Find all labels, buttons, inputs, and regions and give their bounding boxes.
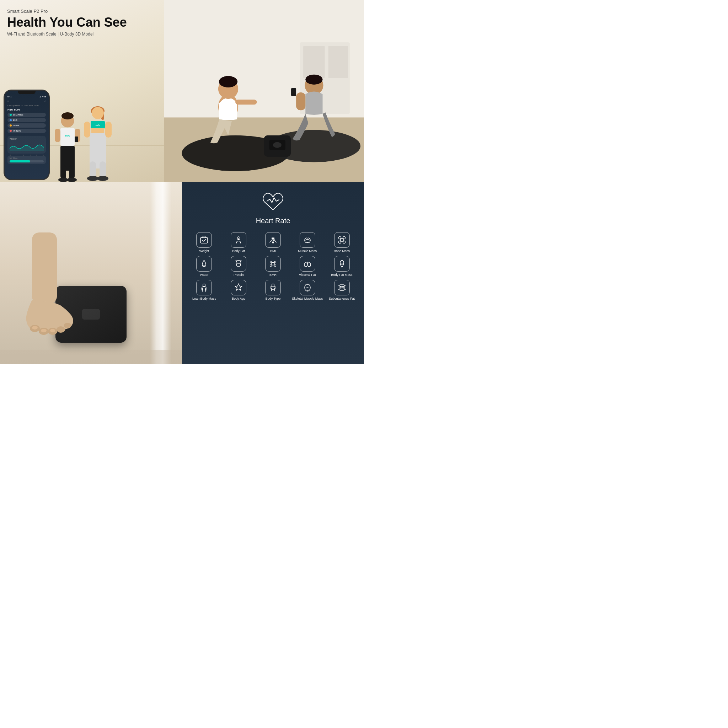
svg-point-80 xyxy=(342,286,343,287)
svg-rect-43 xyxy=(32,232,57,304)
subcutaneous-fat-label: Subcutaneous Fat xyxy=(329,297,355,301)
svg-point-1 xyxy=(61,112,73,119)
bone-mass-icon xyxy=(337,236,347,245)
water-icon-box xyxy=(196,256,212,272)
phone-notch xyxy=(18,91,35,94)
feature-body-type: Body Type xyxy=(257,280,290,301)
feature-bone-mass: Bone Mass xyxy=(325,232,358,253)
svg-rect-78 xyxy=(339,285,345,291)
heart-rate-icon xyxy=(260,189,286,214)
foot-on-scale xyxy=(0,182,182,364)
phone-metric-bmi: 23.3 xyxy=(8,118,46,122)
phone-greeting: Hey, eufy xyxy=(8,108,46,111)
svg-text:%: % xyxy=(238,238,240,240)
heart-icon-svg xyxy=(260,189,286,214)
svg-text:eufy: eufy xyxy=(65,135,71,137)
svg-rect-24 xyxy=(105,122,112,138)
feature-body-fat: % Body Fat xyxy=(222,232,255,253)
feature-bmr: BMR xyxy=(257,256,290,277)
svg-rect-8 xyxy=(60,165,66,179)
skeletal-muscle-mass-label: Skeletal Muscle Mass xyxy=(292,297,323,301)
body-fat-mass-icon-box xyxy=(334,256,350,272)
features-panel: Heart Rate Weight xyxy=(182,182,364,364)
feature-visceral-fat: Visceral Fat xyxy=(291,256,324,277)
svg-rect-23 xyxy=(84,122,90,138)
feature-muscle-mass: Muscle Mass xyxy=(291,232,324,253)
phone-chart: WEIGHT M T W T F S xyxy=(8,136,46,154)
body-fat-icon-box: % xyxy=(231,232,246,248)
svg-line-68 xyxy=(272,263,272,263)
svg-rect-38 xyxy=(236,99,257,104)
phone-frame: 9:41 ▲ ▼ ■ ≡ ↗ Last updated: 31 Dec 2021… xyxy=(3,90,50,180)
svg-point-49 xyxy=(32,326,38,329)
skeletal-muscle-mass-icon xyxy=(303,283,312,292)
female-character: eufy xyxy=(82,104,114,182)
lean-body-mass-icon-box xyxy=(196,280,212,295)
svg-rect-6 xyxy=(75,136,78,142)
top-left-content: Smart Scale P2 Pro Health You Can See Wi… xyxy=(0,0,182,182)
water-label: Water xyxy=(200,273,209,277)
svg-point-22 xyxy=(97,176,109,181)
body-age-icon-box xyxy=(231,280,246,295)
svg-rect-17 xyxy=(91,128,104,133)
feature-body-age: Body Age xyxy=(222,280,255,301)
lean-body-mass-label: Lean Body Mass xyxy=(192,297,216,301)
feature-body-fat-mass: Body Fat Mass xyxy=(325,256,358,277)
svg-point-56 xyxy=(272,242,274,243)
skeletal-muscle-mass-icon-box xyxy=(300,280,315,295)
svg-point-34 xyxy=(273,142,281,148)
svg-rect-4 xyxy=(55,128,60,142)
body-fat-icon: % xyxy=(234,236,243,245)
svg-point-10 xyxy=(58,178,68,182)
svg-rect-19 xyxy=(90,161,96,177)
protein-icon xyxy=(234,259,243,268)
bottom-section: Heart Rate Weight xyxy=(0,182,364,364)
feature-water: Water xyxy=(188,256,221,277)
svg-point-47 xyxy=(57,326,65,333)
weight-label: Weight xyxy=(199,249,209,253)
phone-wave-chart xyxy=(9,141,44,152)
phone-metric-heartrate: 75 bpm xyxy=(8,128,46,133)
svg-point-48 xyxy=(64,323,71,329)
svg-rect-28 xyxy=(303,46,324,78)
svg-point-51 xyxy=(50,329,55,332)
svg-rect-29 xyxy=(328,46,348,78)
svg-point-11 xyxy=(67,178,77,182)
subcutaneous-fat-icon-box xyxy=(334,280,350,295)
feature-protein: Protein xyxy=(222,256,255,277)
foot-svg xyxy=(11,232,103,346)
bone-mass-label: Bone Mass xyxy=(334,249,350,253)
svg-rect-52 xyxy=(200,237,208,243)
body-type-label: Body Type xyxy=(266,297,280,301)
svg-point-40 xyxy=(305,75,323,85)
muscle-mass-icon xyxy=(303,236,312,245)
svg-text:BMI: BMI xyxy=(272,237,274,239)
protein-icon-box xyxy=(231,256,246,272)
svg-marker-73 xyxy=(235,284,242,291)
muscle-mass-label: Muscle Mass xyxy=(298,249,317,253)
svg-point-14 xyxy=(92,107,104,119)
phone-metric-bodyfat: 20.4% xyxy=(8,123,46,128)
feature-skeletal-muscle-mass: Skeletal Muscle Mass xyxy=(291,280,324,301)
body-type-icon-box xyxy=(265,280,281,295)
wall-baseboard xyxy=(0,350,182,364)
svg-point-37 xyxy=(219,76,237,87)
bmi-label: BMI xyxy=(270,249,276,253)
heart-rate-label: Heart Rate xyxy=(256,217,291,225)
svg-rect-41 xyxy=(296,92,305,110)
features-grid: Weight % Body Fat xyxy=(188,232,358,300)
bmi-icon: BMI xyxy=(268,236,278,245)
lifestyle-photo xyxy=(164,0,364,182)
phone-icons: ▲ ▼ ■ xyxy=(39,96,46,98)
3d-characters: eufy xyxy=(54,104,114,182)
feature-subcutaneous-fat: Subcutaneous Fat xyxy=(325,280,358,301)
phone-status-bar: 9:41 ▲ ▼ ■ xyxy=(8,96,46,98)
visceral-fat-label: Visceral Fat xyxy=(299,273,316,277)
water-icon xyxy=(199,259,209,268)
muscle-mass-icon-box xyxy=(300,232,315,248)
phone-chart-label: WEIGHT xyxy=(9,138,44,140)
svg-point-79 xyxy=(340,286,341,287)
svg-rect-9 xyxy=(69,165,75,179)
svg-point-63 xyxy=(272,262,274,265)
svg-line-69 xyxy=(274,263,274,263)
